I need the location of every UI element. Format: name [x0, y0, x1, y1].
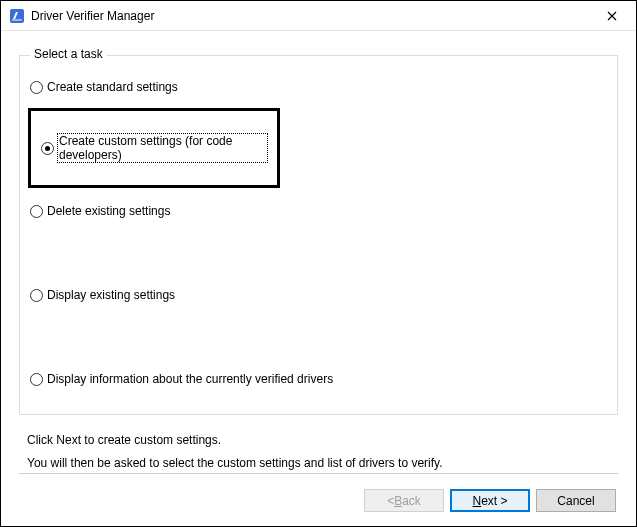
titlebar: Driver Verifier Manager [1, 1, 636, 31]
radio-label: Create custom settings (for code develop… [58, 134, 267, 162]
radio-label: Create standard settings [47, 80, 178, 94]
back-button: < Back [364, 489, 444, 512]
dialog-content: Select a task Create standard settings C… [1, 31, 636, 475]
separator [19, 473, 618, 474]
radio-delete[interactable]: Delete existing settings [30, 202, 607, 220]
svg-rect-0 [10, 9, 24, 23]
hint-line1: Click Next to create custom settings. [27, 429, 610, 452]
hint-line2: You will then be asked to select the cus… [27, 452, 610, 475]
cancel-button[interactable]: Cancel [536, 489, 616, 512]
radio-icon [30, 205, 43, 218]
next-button[interactable]: Next > [450, 489, 530, 512]
radio-label: Display existing settings [47, 288, 175, 302]
hint-text: Click Next to create custom settings. Yo… [27, 429, 610, 475]
radio-display[interactable]: Display existing settings [30, 286, 607, 304]
task-fieldset: Select a task Create standard settings C… [19, 55, 618, 415]
radio-icon [41, 142, 54, 155]
radio-icon [30, 81, 43, 94]
app-icon [9, 8, 25, 24]
radio-custom[interactable]: Create custom settings (for code develop… [41, 139, 267, 157]
radio-label: Display information about the currently … [47, 372, 333, 386]
radio-info[interactable]: Display information about the currently … [30, 370, 607, 388]
highlight-box: Create custom settings (for code develop… [28, 108, 280, 188]
radio-icon [30, 373, 43, 386]
wizard-buttons: < Back Next > Cancel [364, 489, 616, 512]
close-button[interactable] [589, 2, 634, 30]
radio-standard[interactable]: Create standard settings [30, 78, 607, 96]
fieldset-legend: Select a task [30, 47, 107, 61]
window-title: Driver Verifier Manager [31, 9, 589, 23]
radio-label: Delete existing settings [47, 204, 170, 218]
radio-icon [30, 289, 43, 302]
